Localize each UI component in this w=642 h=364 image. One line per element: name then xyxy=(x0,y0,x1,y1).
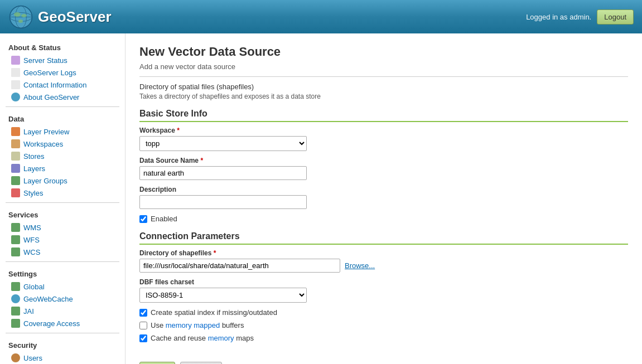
description-input[interactable] xyxy=(139,195,307,209)
spatial-index-label: Create spatial index if missing/outdated xyxy=(151,308,277,317)
svg-point-7 xyxy=(18,20,23,23)
layout: About & Status Server Status GeoServer L… xyxy=(0,33,642,364)
description-label: Description xyxy=(139,186,628,193)
page-title: New Vector Data Source xyxy=(139,45,628,59)
datasource-name-label: Data Source Name * xyxy=(139,157,628,164)
jai-icon xyxy=(11,307,20,316)
dbf-charset-label: DBF files charset xyxy=(139,278,628,286)
sidebar-item-layers[interactable]: Layers xyxy=(0,162,125,174)
sidebar-section-security: Security xyxy=(0,337,125,352)
svg-point-6 xyxy=(21,14,27,17)
server-icon xyxy=(11,56,20,65)
stores-icon xyxy=(11,152,20,161)
memory-mapped-checkbox[interactable] xyxy=(139,322,147,329)
sidebar: About & Status Server Status GeoServer L… xyxy=(0,33,125,364)
store-type-desc: Takes a directory of shapefiles and expo… xyxy=(139,93,628,100)
cache-reuse-label: Cache and reuse memory maps xyxy=(151,334,254,342)
basic-store-section-header: Basic Store Info xyxy=(139,109,628,122)
header-right: Logged in as admin. Logout xyxy=(526,9,634,25)
spatial-index-row: Create spatial index if missing/outdated xyxy=(139,308,628,317)
header: GeoServer Logged in as admin. Logout xyxy=(0,0,642,33)
sidebar-section-data: Data xyxy=(0,110,125,125)
cancel-button[interactable]: Cancel xyxy=(180,362,221,364)
sidebar-item-users[interactable]: Users xyxy=(0,352,125,364)
users-icon xyxy=(11,353,20,362)
sidebar-item-server-status[interactable]: Server Status xyxy=(0,54,125,66)
logo-globe-icon xyxy=(8,4,33,30)
sidebar-divider-4 xyxy=(6,333,119,333)
layers-icon xyxy=(11,164,20,173)
gwc-icon xyxy=(11,294,20,303)
sidebar-item-styles[interactable]: Styles xyxy=(0,187,125,199)
memory-mapped-label: Use memory mapped buffers xyxy=(151,321,244,329)
sidebar-item-global[interactable]: Global xyxy=(0,280,125,293)
sidebar-section-settings: Settings xyxy=(0,265,125,280)
wfs-icon xyxy=(11,235,20,244)
svg-point-5 xyxy=(14,12,21,17)
sidebar-divider-2 xyxy=(6,202,119,203)
workspace-label: Workspace * xyxy=(139,127,628,134)
contact-icon xyxy=(11,80,20,89)
sidebar-item-wcs[interactable]: WCS xyxy=(0,246,125,258)
sidebar-item-geowebcache[interactable]: GeoWebCache xyxy=(0,293,125,305)
coverage-icon xyxy=(11,319,20,328)
description-group: Description xyxy=(139,186,628,209)
wms-icon xyxy=(11,223,20,232)
sidebar-item-coverage-access[interactable]: Coverage Access xyxy=(0,317,125,329)
sidebar-section-about: About & Status xyxy=(0,39,125,54)
spatial-index-checkbox[interactable] xyxy=(139,309,147,317)
store-type-label: Directory of spatial files (shapefiles) xyxy=(139,82,628,91)
sidebar-item-layer-preview[interactable]: Layer Preview xyxy=(0,125,125,138)
sidebar-section-services: Services xyxy=(0,206,125,221)
connection-params-section-header: Connection Parameters xyxy=(139,231,628,245)
sidebar-item-jai[interactable]: JAI xyxy=(0,305,125,317)
memory-mapped-row: Use memory mapped buffers xyxy=(139,321,628,329)
workspace-required: * xyxy=(177,127,180,134)
workspace-group: Workspace * topp cite sf tiger nurc xyxy=(139,127,628,151)
sidebar-item-layer-groups[interactable]: Layer Groups xyxy=(0,174,125,187)
sidebar-item-geoserver-logs[interactable]: GeoServer Logs xyxy=(0,66,125,79)
datasource-name-group: Data Source Name * xyxy=(139,157,628,180)
sidebar-item-wms[interactable]: WMS xyxy=(0,221,125,234)
sidebar-divider-1 xyxy=(6,106,119,107)
sidebar-item-about-geoserver[interactable]: About GeoServer xyxy=(0,91,125,103)
logout-button[interactable]: Logout xyxy=(597,9,634,25)
sidebar-item-stores[interactable]: Stores xyxy=(0,150,125,162)
dir-shapefiles-group: Directory of shapefiles * Browse... xyxy=(139,249,628,273)
layergroups-icon xyxy=(11,176,20,185)
styles-icon xyxy=(11,188,20,197)
about-icon xyxy=(11,93,20,101)
enabled-checkbox[interactable] xyxy=(139,215,147,223)
dbf-charset-select[interactable]: ISO-8859-1 UTF-8 US-ASCII xyxy=(139,288,307,303)
logo-area: GeoServer xyxy=(8,4,112,30)
main-content: New Vector Data Source Add a new vector … xyxy=(125,33,642,364)
dir-shapefiles-row: Browse... xyxy=(139,259,628,273)
dir-shapefiles-input[interactable] xyxy=(139,259,340,273)
global-icon xyxy=(11,282,20,291)
dir-shapefiles-required: * xyxy=(214,249,216,257)
datasource-name-required: * xyxy=(200,157,203,164)
page-subtitle: Add a new vector data source xyxy=(139,62,628,71)
enabled-label: Enabled xyxy=(151,215,177,223)
enabled-row: Enabled xyxy=(139,215,628,223)
cache-reuse-row: Cache and reuse memory maps xyxy=(139,334,628,342)
log-icon xyxy=(11,68,20,77)
datasource-name-input[interactable] xyxy=(139,166,307,180)
logo-text: GeoServer xyxy=(38,8,112,26)
preview-icon xyxy=(11,127,20,136)
save-button[interactable]: Save xyxy=(139,362,175,364)
workspace-select[interactable]: topp cite sf tiger nurc xyxy=(139,136,307,151)
sidebar-item-workspaces[interactable]: Workspaces xyxy=(0,138,125,150)
browse-link[interactable]: Browse... xyxy=(345,261,375,270)
dir-shapefiles-label: Directory of shapefiles * xyxy=(139,249,628,257)
workspaces-icon xyxy=(11,139,20,148)
cache-reuse-checkbox[interactable] xyxy=(139,334,147,342)
top-divider xyxy=(139,76,628,77)
sidebar-item-wfs[interactable]: WFS xyxy=(0,234,125,246)
logged-in-text: Logged in as admin. xyxy=(526,13,591,21)
sidebar-item-contact-info[interactable]: Contact Information xyxy=(0,79,125,91)
wcs-icon xyxy=(11,247,20,256)
form-buttons: Save Cancel xyxy=(139,353,628,364)
sidebar-divider-3 xyxy=(6,261,119,262)
dbf-charset-group: DBF files charset ISO-8859-1 UTF-8 US-AS… xyxy=(139,278,628,303)
